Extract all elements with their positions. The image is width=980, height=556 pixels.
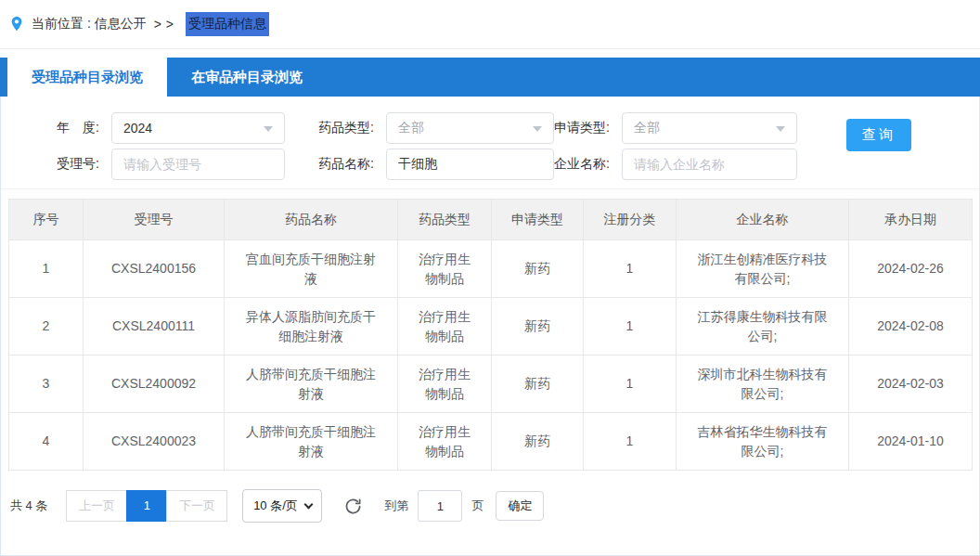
tab-under-review-catalog[interactable]: 在审品种目录浏览 (167, 58, 327, 97)
table-header-cell: 注册分类 (584, 200, 677, 240)
table-cell: 吉林省拓华生物科技有限公司; (677, 413, 849, 471)
page: 当前位置 : 信息公开 >> 受理品种信息 受理品种目录浏览 在审品种目录浏览 … (0, 0, 980, 556)
breadcrumb: 当前位置 : 信息公开 >> 受理品种信息 (0, 0, 980, 49)
table-cell: 江苏得康生物科技有限公司; (677, 298, 849, 356)
breadcrumb-separator: >> (154, 17, 178, 32)
year-select-value: 2024 (123, 121, 152, 136)
table-cell: CXSL2400111 (84, 298, 225, 356)
table-body: 1CXSL2400156宫血间充质干细胞注射液治疗用生物制品新药1浙江生创精准医… (9, 240, 973, 471)
table-cell: 2024-01-10 (849, 413, 973, 471)
confirm-button[interactable]: 确定 (496, 491, 544, 521)
table-row: 1CXSL2400156宫血间充质干细胞注射液治疗用生物制品新药1浙江生创精准医… (9, 240, 973, 298)
table-cell: CXSL2400023 (84, 413, 225, 471)
company-input[interactable] (622, 149, 797, 180)
table-cell: 1 (584, 413, 677, 471)
year-label: 年 度: (38, 120, 99, 136)
next-page-button[interactable]: 下一页 (166, 490, 227, 522)
table-cell: 2024-02-08 (849, 298, 973, 356)
content-panel: 年 度: 2024 药品类型: 全部 申请类型: 全部 (0, 97, 980, 556)
table-cell: 2024-02-26 (849, 240, 973, 298)
refresh-icon[interactable] (344, 498, 362, 515)
drug-name-label: 药品名称: (315, 156, 374, 173)
accept-no-input[interactable] (111, 149, 285, 180)
year-select[interactable]: 2024 (111, 112, 285, 144)
goto-page-unit: 页 (471, 498, 484, 514)
table-row: 4CXSL2400023人脐带间充质干细胞注射液治疗用生物制品新药1吉林省拓华生… (9, 413, 973, 471)
table-cell: 异体人源脂肪间充质干细胞注射液 (225, 298, 398, 356)
table-cell: 1 (9, 240, 84, 298)
prev-page-button[interactable]: 上一页 (66, 490, 127, 522)
table-cell: CXSL2400092 (84, 356, 225, 413)
table-header-cell: 承办日期 (849, 200, 973, 240)
table-header-cell: 药品类型 (398, 200, 492, 240)
breadcrumb-current: 受理品种信息 (186, 12, 269, 36)
table-cell: 新药 (492, 298, 584, 356)
drug-type-label: 药品类型: (315, 120, 374, 136)
table-cell: 新药 (492, 413, 584, 471)
tab-bar: 受理品种目录浏览 在审品种目录浏览 (0, 58, 980, 97)
table-cell: 人脐带间充质干细胞注射液 (225, 413, 398, 471)
total-count: 共 4 条 (10, 498, 47, 514)
table-cell: 1 (584, 240, 677, 298)
drug-name-input[interactable] (386, 149, 554, 180)
table-cell: 4 (9, 413, 84, 471)
table-cell: 浙江生创精准医疗科技有限公司; (677, 240, 849, 298)
apply-type-select-value: 全部 (634, 120, 660, 136)
apply-type-label: 申请类型: (550, 120, 610, 136)
search-button[interactable]: 查询 (846, 119, 911, 151)
table-cell: 人脐带间充质干细胞注射液 (225, 356, 398, 413)
pager: 上一页 1 下一页 (66, 490, 227, 522)
table-cell: 2024-02-03 (849, 356, 973, 413)
table-cell: 治疗用生物制品 (398, 356, 492, 413)
table-row: 3CXSL2400092人脐带间充质干细胞注射液治疗用生物制品新药1深圳市北科生… (9, 356, 973, 413)
table-cell: CXSL2400156 (84, 240, 225, 298)
table-cell: 2 (9, 298, 84, 356)
table-header-cell: 受理号 (84, 200, 225, 240)
page-size-value: 10 条/页 (253, 498, 298, 514)
pagination-bar: 共 4 条 上一页 1 下一页 10 条/页 到第 页 确定 (10, 489, 979, 523)
filter-panel: 年 度: 2024 药品类型: 全部 申请类型: 全部 (1, 97, 979, 189)
table-header-row: 序号受理号药品名称药品类型申请类型注册分类企业名称承办日期 (9, 200, 973, 240)
table-header: 序号受理号药品名称药品类型申请类型注册分类企业名称承办日期 (9, 200, 973, 240)
table-header-cell: 申请类型 (492, 200, 584, 240)
company-label: 企业名称: (550, 156, 610, 173)
table-cell: 治疗用生物制品 (398, 413, 492, 471)
results-table: 序号受理号药品名称药品类型申请类型注册分类企业名称承办日期 1CXSL24001… (8, 199, 973, 471)
goto-page-input[interactable] (418, 490, 462, 522)
table-cell: 宫血间充质干细胞注射液 (225, 240, 398, 298)
page-number-button[interactable]: 1 (126, 490, 167, 522)
goto-page-label: 到第 (384, 498, 408, 514)
table-cell: 治疗用生物制品 (398, 298, 492, 356)
table-cell: 深圳市北科生物科技有限公司; (677, 356, 849, 413)
location-pin-icon (9, 15, 24, 33)
breadcrumb-parent-link[interactable]: 信息公开 (95, 16, 147, 32)
apply-type-select[interactable]: 全部 (622, 112, 797, 144)
drug-type-select-value: 全部 (398, 120, 424, 136)
chevron-down-icon (303, 499, 313, 509)
accept-no-label: 受理号: (38, 156, 99, 173)
chevron-down-icon (776, 126, 785, 136)
table-cell: 治疗用生物制品 (398, 240, 492, 298)
table-cell: 1 (584, 298, 677, 356)
table-cell: 1 (584, 356, 677, 413)
chevron-down-icon (533, 126, 542, 136)
table-row: 2CXSL2400111异体人源脂肪间充质干细胞注射液治疗用生物制品新药1江苏得… (9, 298, 973, 356)
chevron-down-icon (264, 126, 273, 136)
table-cell: 新药 (492, 240, 584, 298)
table-header-cell: 企业名称 (677, 200, 849, 240)
tab-accepted-catalog[interactable]: 受理品种目录浏览 (7, 58, 167, 97)
breadcrumb-prefix: 当前位置 : (32, 16, 91, 32)
drug-type-select[interactable]: 全部 (386, 112, 554, 144)
page-size-select[interactable]: 10 条/页 (242, 489, 322, 523)
table-header-cell: 序号 (9, 200, 84, 240)
table-cell: 3 (9, 356, 84, 413)
table-cell: 新药 (492, 356, 584, 413)
table-header-cell: 药品名称 (225, 200, 398, 240)
